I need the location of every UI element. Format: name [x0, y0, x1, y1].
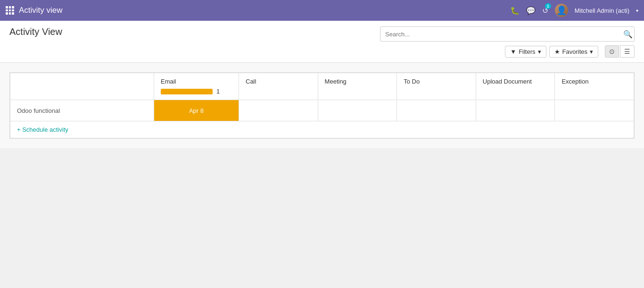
grid-menu-icon[interactable] — [6, 6, 14, 15]
email-progress-bar — [161, 89, 213, 94]
favorites-arrow: ▾ — [590, 48, 593, 55]
favorites-label: Favorites — [562, 48, 587, 55]
row-exception-cell — [555, 100, 634, 121]
navbar-left: Activity view — [6, 6, 510, 15]
email-count: 1 — [216, 88, 220, 95]
search-button[interactable]: 🔍 — [621, 28, 635, 41]
main-area: Email 1 Call Meeting To Do Upload Docume… — [0, 63, 644, 148]
row-todo-cell — [397, 100, 476, 121]
activity-table-container: Email 1 Call Meeting To Do Upload Docume… — [9, 72, 635, 139]
table-header-row: Email 1 Call Meeting To Do Upload Docume… — [10, 73, 634, 100]
activity-badge: 1 — [545, 3, 551, 9]
search-input[interactable] — [380, 26, 635, 42]
table-row: Odoo functional Apr 8 — [10, 100, 634, 121]
navbar-right: 🐛 💬 ↺ 1 Mitchell Admin (acti) ▾ — [510, 4, 638, 17]
col-header-todo: To Do — [397, 73, 476, 100]
filters-button[interactable]: ▼ Filters ▾ — [505, 46, 546, 58]
col-header-upload: Upload Document — [476, 73, 555, 100]
user-dropdown-arrow[interactable]: ▾ — [636, 8, 638, 13]
filter-icon: ▼ — [510, 48, 516, 55]
schedule-activity-row: + Schedule activity — [10, 121, 634, 138]
schedule-activity-label: + Schedule activity — [17, 126, 68, 133]
filter-row: ▼ Filters ▾ ★ Favorites ▾ ⊙ ☰ — [505, 45, 635, 58]
page-header: Activity View 🔍 ▼ Filters ▾ ★ Favorites … — [0, 21, 644, 63]
row-name: Odoo functional — [17, 107, 60, 114]
row-meeting-cell — [318, 100, 397, 121]
schedule-activity-cell: + Schedule activity — [10, 121, 634, 138]
avatar[interactable] — [555, 4, 568, 17]
schedule-activity-link[interactable]: + Schedule activity — [17, 126, 627, 133]
col-header-name — [10, 73, 154, 100]
bug-icon[interactable]: 🐛 — [510, 6, 520, 15]
activity-icon[interactable]: ↺ 1 — [542, 6, 548, 15]
user-name: Mitchell Admin (acti) — [575, 7, 629, 14]
filters-label: Filters — [519, 48, 535, 55]
view-list-button[interactable]: ☰ — [620, 45, 635, 58]
filters-arrow: ▾ — [538, 48, 541, 55]
search-row: 🔍 — [380, 26, 635, 42]
row-name-cell: Odoo functional — [10, 100, 154, 121]
email-progress-row: 1 — [161, 88, 232, 95]
col-header-meeting: Meeting — [318, 73, 397, 100]
email-activity-date: Apr 8 — [189, 107, 204, 114]
page-header-top: Activity View 🔍 ▼ Filters ▾ ★ Favorites … — [9, 26, 635, 62]
header-controls: 🔍 ▼ Filters ▾ ★ Favorites ▾ ⊙ ☰ — [380, 26, 635, 58]
view-controls: ⊙ ☰ — [605, 45, 635, 58]
chat-icon[interactable]: 💬 — [526, 6, 536, 15]
col-header-call: Call — [239, 73, 318, 100]
row-upload-cell — [476, 100, 555, 121]
view-activity-button[interactable]: ⊙ — [605, 45, 619, 58]
activity-table: Email 1 Call Meeting To Do Upload Docume… — [10, 73, 634, 138]
row-email-cell[interactable]: Apr 8 — [154, 100, 239, 121]
row-call-cell — [239, 100, 318, 121]
navbar: Activity view 🐛 💬 ↺ 1 Mitchell Admin (ac… — [0, 0, 644, 21]
email-activity-cell[interactable]: Apr 8 — [154, 100, 239, 121]
col-header-email: Email 1 — [154, 73, 239, 100]
col-header-exception: Exception — [555, 73, 634, 100]
email-header-content: Email 1 — [161, 78, 232, 95]
star-icon: ★ — [554, 48, 560, 55]
navbar-title: Activity view — [19, 6, 63, 15]
page-title: Activity View — [9, 26, 62, 37]
email-col-label: Email — [161, 78, 232, 85]
favorites-button[interactable]: ★ Favorites ▾ — [549, 46, 598, 58]
